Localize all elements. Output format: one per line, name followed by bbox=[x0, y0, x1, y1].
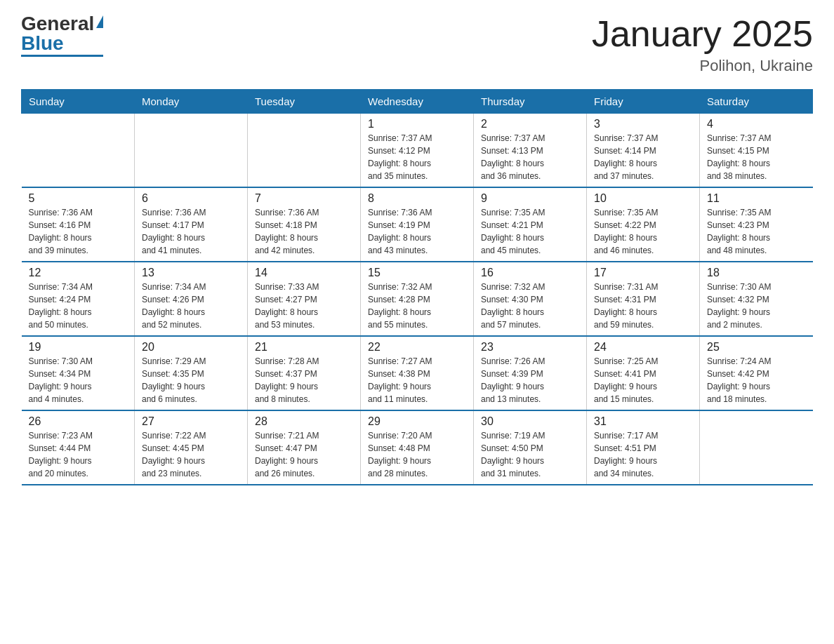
logo-triangle-icon bbox=[96, 15, 103, 28]
calendar-location: Polihon, Ukraine bbox=[592, 57, 813, 75]
day-info: Sunrise: 7:20 AM Sunset: 4:48 PM Dayligh… bbox=[368, 429, 466, 480]
calendar-cell bbox=[135, 114, 248, 188]
day-info: Sunrise: 7:17 AM Sunset: 4:51 PM Dayligh… bbox=[594, 429, 692, 480]
day-info: Sunrise: 7:30 AM Sunset: 4:32 PM Dayligh… bbox=[707, 281, 806, 331]
calendar-cell: 20Sunrise: 7:29 AM Sunset: 4:35 PM Dayli… bbox=[135, 336, 248, 410]
day-info: Sunrise: 7:36 AM Sunset: 4:19 PM Dayligh… bbox=[368, 206, 466, 257]
day-number: 30 bbox=[481, 415, 579, 428]
day-number: 13 bbox=[142, 267, 240, 279]
day-number: 11 bbox=[707, 192, 806, 205]
day-number: 23 bbox=[481, 341, 579, 354]
day-number: 6 bbox=[142, 192, 240, 205]
day-info: Sunrise: 7:37 AM Sunset: 4:13 PM Dayligh… bbox=[481, 132, 579, 182]
day-number: 10 bbox=[594, 192, 692, 205]
calendar-cell: 13Sunrise: 7:34 AM Sunset: 4:26 PM Dayli… bbox=[135, 262, 248, 336]
calendar-day-header: Wednesday bbox=[361, 90, 474, 114]
calendar-day-header: Saturday bbox=[700, 90, 813, 114]
day-info: Sunrise: 7:34 AM Sunset: 4:24 PM Dayligh… bbox=[29, 281, 128, 331]
day-number: 8 bbox=[368, 192, 466, 205]
calendar-cell: 24Sunrise: 7:25 AM Sunset: 4:41 PM Dayli… bbox=[587, 336, 700, 410]
day-info: Sunrise: 7:33 AM Sunset: 4:27 PM Dayligh… bbox=[255, 281, 353, 331]
day-info: Sunrise: 7:32 AM Sunset: 4:30 PM Dayligh… bbox=[481, 281, 579, 331]
day-number: 20 bbox=[142, 341, 240, 354]
day-info: Sunrise: 7:21 AM Sunset: 4:47 PM Dayligh… bbox=[255, 429, 353, 480]
day-number: 27 bbox=[142, 415, 240, 428]
day-info: Sunrise: 7:24 AM Sunset: 4:42 PM Dayligh… bbox=[707, 355, 806, 405]
logo-general-text: General bbox=[21, 14, 94, 34]
calendar-cell: 25Sunrise: 7:24 AM Sunset: 4:42 PM Dayli… bbox=[700, 336, 813, 410]
calendar-cell: 6Sunrise: 7:36 AM Sunset: 4:17 PM Daylig… bbox=[135, 187, 248, 262]
day-info: Sunrise: 7:28 AM Sunset: 4:37 PM Dayligh… bbox=[255, 355, 353, 405]
page-header: General Blue January 2025 Polihon, Ukrai… bbox=[21, 14, 813, 75]
calendar-day-header: Sunday bbox=[22, 90, 135, 114]
day-number: 1 bbox=[368, 118, 466, 130]
logo-underline bbox=[21, 55, 103, 57]
day-info: Sunrise: 7:32 AM Sunset: 4:28 PM Dayligh… bbox=[368, 281, 466, 331]
calendar-cell: 10Sunrise: 7:35 AM Sunset: 4:22 PM Dayli… bbox=[587, 187, 700, 262]
calendar-table: SundayMondayTuesdayWednesdayThursdayFrid… bbox=[21, 89, 813, 485]
calendar-day-header: Thursday bbox=[474, 90, 587, 114]
logo: General Blue bbox=[21, 14, 103, 57]
day-number: 17 bbox=[594, 267, 692, 279]
calendar-cell: 30Sunrise: 7:19 AM Sunset: 4:50 PM Dayli… bbox=[474, 410, 587, 485]
day-info: Sunrise: 7:37 AM Sunset: 4:15 PM Dayligh… bbox=[707, 132, 806, 182]
day-info: Sunrise: 7:35 AM Sunset: 4:21 PM Dayligh… bbox=[481, 206, 579, 257]
day-info: Sunrise: 7:25 AM Sunset: 4:41 PM Dayligh… bbox=[594, 355, 692, 405]
day-info: Sunrise: 7:29 AM Sunset: 4:35 PM Dayligh… bbox=[142, 355, 240, 405]
calendar-cell bbox=[248, 114, 361, 188]
calendar-cell: 15Sunrise: 7:32 AM Sunset: 4:28 PM Dayli… bbox=[361, 262, 474, 336]
calendar-day-header: Monday bbox=[135, 90, 248, 114]
calendar-cell bbox=[700, 410, 813, 485]
day-number: 4 bbox=[707, 118, 806, 130]
calendar-title: January 2025 bbox=[592, 14, 813, 54]
day-info: Sunrise: 7:31 AM Sunset: 4:31 PM Dayligh… bbox=[594, 281, 692, 331]
day-number: 18 bbox=[707, 267, 806, 279]
calendar-cell: 11Sunrise: 7:35 AM Sunset: 4:23 PM Dayli… bbox=[700, 187, 813, 262]
day-info: Sunrise: 7:27 AM Sunset: 4:38 PM Dayligh… bbox=[368, 355, 466, 405]
day-info: Sunrise: 7:37 AM Sunset: 4:14 PM Dayligh… bbox=[594, 132, 692, 182]
day-number: 9 bbox=[481, 192, 579, 205]
calendar-cell: 3Sunrise: 7:37 AM Sunset: 4:14 PM Daylig… bbox=[587, 114, 700, 188]
calendar-cell: 19Sunrise: 7:30 AM Sunset: 4:34 PM Dayli… bbox=[22, 336, 135, 410]
calendar-week-row: 1Sunrise: 7:37 AM Sunset: 4:12 PM Daylig… bbox=[22, 114, 813, 188]
calendar-cell bbox=[22, 114, 135, 188]
calendar-cell: 1Sunrise: 7:37 AM Sunset: 4:12 PM Daylig… bbox=[361, 114, 474, 188]
day-info: Sunrise: 7:23 AM Sunset: 4:44 PM Dayligh… bbox=[29, 429, 128, 480]
calendar-cell: 18Sunrise: 7:30 AM Sunset: 4:32 PM Dayli… bbox=[700, 262, 813, 336]
day-info: Sunrise: 7:35 AM Sunset: 4:23 PM Dayligh… bbox=[707, 206, 806, 257]
calendar-cell: 2Sunrise: 7:37 AM Sunset: 4:13 PM Daylig… bbox=[474, 114, 587, 188]
day-number: 26 bbox=[29, 415, 128, 428]
day-number: 16 bbox=[481, 267, 579, 279]
day-number: 19 bbox=[29, 341, 128, 354]
day-info: Sunrise: 7:26 AM Sunset: 4:39 PM Dayligh… bbox=[481, 355, 579, 405]
calendar-cell: 7Sunrise: 7:36 AM Sunset: 4:18 PM Daylig… bbox=[248, 187, 361, 262]
calendar-cell: 16Sunrise: 7:32 AM Sunset: 4:30 PM Dayli… bbox=[474, 262, 587, 336]
calendar-week-row: 12Sunrise: 7:34 AM Sunset: 4:24 PM Dayli… bbox=[22, 262, 813, 336]
day-number: 25 bbox=[707, 341, 806, 354]
day-info: Sunrise: 7:22 AM Sunset: 4:45 PM Dayligh… bbox=[142, 429, 240, 480]
calendar-cell: 31Sunrise: 7:17 AM Sunset: 4:51 PM Dayli… bbox=[587, 410, 700, 485]
calendar-cell: 8Sunrise: 7:36 AM Sunset: 4:19 PM Daylig… bbox=[361, 187, 474, 262]
day-number: 22 bbox=[368, 341, 466, 354]
calendar-cell: 26Sunrise: 7:23 AM Sunset: 4:44 PM Dayli… bbox=[22, 410, 135, 485]
calendar-cell: 28Sunrise: 7:21 AM Sunset: 4:47 PM Dayli… bbox=[248, 410, 361, 485]
calendar-cell: 9Sunrise: 7:35 AM Sunset: 4:21 PM Daylig… bbox=[474, 187, 587, 262]
calendar-cell: 12Sunrise: 7:34 AM Sunset: 4:24 PM Dayli… bbox=[22, 262, 135, 336]
day-number: 2 bbox=[481, 118, 579, 130]
logo-blue-text: Blue bbox=[21, 34, 64, 53]
calendar-cell: 4Sunrise: 7:37 AM Sunset: 4:15 PM Daylig… bbox=[700, 114, 813, 188]
day-number: 24 bbox=[594, 341, 692, 354]
day-number: 7 bbox=[255, 192, 353, 205]
day-number: 14 bbox=[255, 267, 353, 279]
day-info: Sunrise: 7:35 AM Sunset: 4:22 PM Dayligh… bbox=[594, 206, 692, 257]
calendar-header-row: SundayMondayTuesdayWednesdayThursdayFrid… bbox=[22, 90, 813, 114]
day-info: Sunrise: 7:36 AM Sunset: 4:18 PM Dayligh… bbox=[255, 206, 353, 257]
day-number: 29 bbox=[368, 415, 466, 428]
calendar-day-header: Tuesday bbox=[248, 90, 361, 114]
day-number: 21 bbox=[255, 341, 353, 354]
day-number: 5 bbox=[29, 192, 128, 205]
day-number: 3 bbox=[594, 118, 692, 130]
day-number: 28 bbox=[255, 415, 353, 428]
day-number: 12 bbox=[29, 267, 128, 279]
day-info: Sunrise: 7:19 AM Sunset: 4:50 PM Dayligh… bbox=[481, 429, 579, 480]
